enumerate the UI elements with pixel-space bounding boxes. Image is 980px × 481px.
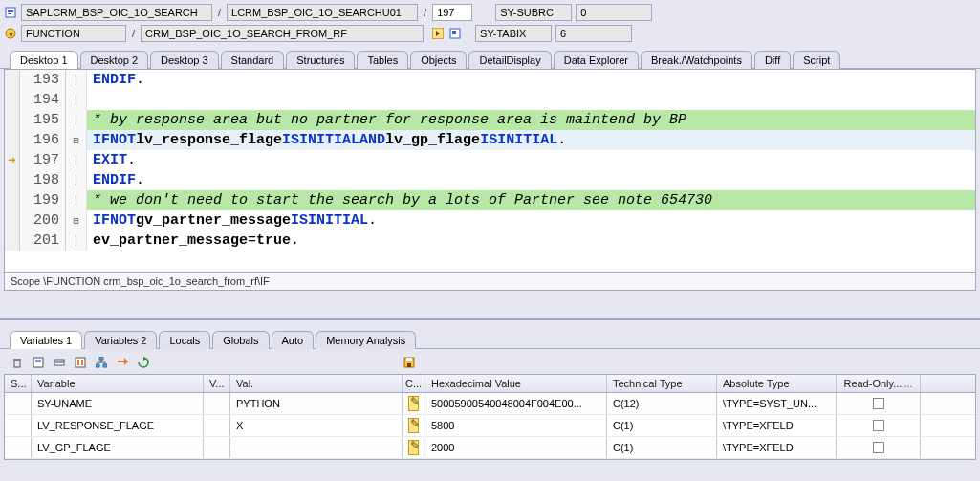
row-select[interactable]	[5, 437, 32, 458]
cell-abstype: \TYPE=XFELD	[717, 437, 837, 458]
svg-rect-2	[8, 11, 13, 12]
fold-gutter: │	[66, 230, 87, 251]
cell-hex: 50005900540048004F004E00...	[425, 393, 607, 414]
hierarchy-icon[interactable]	[94, 355, 109, 370]
code-line-201[interactable]: 201│ ev_partner_message = true.	[5, 230, 975, 251]
variable-row[interactable]: SY-UNAMEPYTHON50005900540048004F004E00..…	[5, 393, 975, 415]
code-text[interactable]: * by response area but no partner for re…	[87, 110, 975, 130]
breakpoint-gutter[interactable]	[5, 70, 20, 90]
include-field: LCRM_BSP_OIC_1O_SEARCHU01	[227, 4, 418, 21]
insert-row-icon[interactable]	[52, 355, 67, 370]
code-text[interactable]: EXIT.	[87, 150, 975, 170]
lower-tab-memory-analysis[interactable]: Memory Analysis	[316, 331, 416, 349]
line-number: 195	[20, 110, 66, 130]
code-text[interactable]: ev_partner_message = true.	[87, 230, 975, 251]
fold-gutter[interactable]: ⊟	[66, 130, 87, 150]
save-icon[interactable]	[402, 355, 417, 370]
variable-row[interactable]: LV_GP_FLAGE2000C(1)\TYPE=XFELD	[5, 437, 975, 459]
refresh-icon[interactable]	[136, 355, 151, 370]
code-line-200[interactable]: 200⊟ IF NOT gv_partner_message IS INITIA…	[5, 210, 975, 230]
col-vtype[interactable]: V...	[204, 375, 230, 392]
code-line-198[interactable]: 198│ ENDIF.	[5, 170, 975, 190]
code-line-197[interactable]: ➜197│ EXIT.	[5, 150, 975, 170]
function-icon: ★	[4, 27, 17, 40]
nav-back-icon[interactable]	[431, 27, 445, 40]
breakpoint-gutter[interactable]	[5, 190, 20, 210]
lower-tab-auto[interactable]: Auto	[272, 331, 315, 349]
cell-value[interactable]	[230, 437, 403, 458]
col-hex[interactable]: Hexadecimal Value	[425, 375, 607, 392]
svg-rect-19	[96, 364, 99, 367]
cell-variable[interactable]: SY-UNAME	[32, 393, 204, 414]
breakpoint-gutter[interactable]	[5, 230, 20, 251]
row-select[interactable]	[5, 393, 32, 414]
row-select[interactable]	[5, 415, 32, 436]
delete-icon[interactable]	[10, 355, 25, 370]
main-tab-break-watchpoints[interactable]: Break./Watchpoints	[641, 51, 752, 69]
col-select[interactable]: S...	[5, 375, 32, 392]
breakpoint-gutter[interactable]	[5, 110, 20, 130]
pencil-icon[interactable]	[408, 396, 419, 411]
cell-change[interactable]	[403, 437, 425, 458]
main-tab-desktop-2[interactable]: Desktop 2	[80, 51, 149, 69]
main-tab-desktop-1[interactable]: Desktop 1	[10, 51, 78, 69]
main-tab-diff[interactable]: Diff	[754, 51, 791, 69]
breakpoint-gutter[interactable]	[5, 170, 20, 190]
lower-tab-variables-2[interactable]: Variables 2	[84, 331, 157, 349]
col-techtype[interactable]: Technical Type	[607, 375, 717, 392]
pencil-icon[interactable]	[408, 418, 419, 433]
main-tab-data-explorer[interactable]: Data Explorer	[554, 51, 639, 69]
cell-value[interactable]: PYTHON	[230, 393, 403, 414]
line-field[interactable]: 197	[432, 4, 472, 21]
code-line-199[interactable]: 199│* we don't need to start the search …	[5, 190, 975, 210]
main-tab-desktop-3[interactable]: Desktop 3	[150, 51, 219, 69]
save-layout-icon[interactable]	[31, 355, 46, 370]
pencil-icon[interactable]	[408, 440, 419, 455]
main-tab-structures[interactable]: Structures	[286, 51, 355, 69]
breakpoint-gutter[interactable]	[5, 90, 20, 110]
code-editor[interactable]: 193│ ENDIF.194│195│* by response area bu…	[4, 69, 976, 273]
col-change[interactable]: C...	[403, 375, 425, 392]
main-tab-tables[interactable]: Tables	[357, 51, 408, 69]
code-text[interactable]: IF NOT lv_response_flage IS INITIAL AND …	[87, 130, 975, 150]
code-text[interactable]	[87, 90, 975, 110]
main-tab-script[interactable]: Script	[793, 51, 840, 69]
fold-gutter: │	[66, 70, 87, 90]
main-tab-detaildisplay[interactable]: DetailDisplay	[468, 51, 551, 69]
breakpoint-gutter[interactable]	[5, 210, 20, 230]
breakpoint-gutter[interactable]: ➜	[5, 150, 20, 170]
col-abstype[interactable]: Absolute Type	[717, 375, 837, 392]
main-tab-standard[interactable]: Standard	[221, 51, 285, 69]
code-line-196[interactable]: 196⊟ IF NOT lv_response_flage IS INITIAL…	[5, 130, 975, 150]
code-line-193[interactable]: 193│ ENDIF.	[5, 70, 975, 90]
scope-bar: Scope \FUNCTION crm_bsp_oic_1o_search_fr…	[4, 273, 976, 291]
main-tab-objects[interactable]: Objects	[410, 51, 467, 69]
details-icon[interactable]	[73, 355, 88, 370]
code-text[interactable]: ENDIF.	[87, 170, 975, 190]
lower-tab-variables-1[interactable]: Variables 1	[10, 331, 82, 349]
code-text[interactable]: * we don't need to start the search by a…	[87, 190, 975, 210]
code-text[interactable]: ENDIF.	[87, 70, 975, 90]
program-icon	[4, 6, 17, 19]
top-info-area: SAPLCRM_BSP_OIC_1O_SEARCH / LCRM_BSP_OIC…	[0, 0, 980, 44]
code-text[interactable]: IF NOT gv_partner_message IS INITIAL.	[87, 210, 975, 230]
code-line-194[interactable]: 194│	[5, 90, 975, 110]
line-number: 198	[20, 170, 66, 190]
lower-tab-locals[interactable]: Locals	[159, 331, 210, 349]
col-variable[interactable]: Variable	[32, 375, 204, 392]
col-value[interactable]: Val.	[230, 375, 403, 392]
code-line-195[interactable]: 195│* by response area but no partner fo…	[5, 110, 975, 130]
cell-variable[interactable]: LV_RESPONSE_FLAGE	[32, 415, 204, 436]
breakpoint-gutter[interactable]	[5, 130, 20, 150]
cell-variable[interactable]: LV_GP_FLAGE	[32, 437, 204, 458]
lower-tab-globals[interactable]: Globals	[212, 331, 269, 349]
cell-value[interactable]: X	[230, 415, 403, 436]
cell-change[interactable]	[403, 393, 425, 414]
cell-change[interactable]	[403, 415, 425, 436]
variables-grid: S... Variable V... Val. C... Hexadecimal…	[4, 374, 976, 460]
fold-gutter[interactable]: ⊟	[66, 210, 87, 230]
display-object-icon[interactable]	[448, 27, 462, 40]
exchange-icon[interactable]	[115, 355, 130, 370]
variable-row[interactable]: LV_RESPONSE_FLAGEX5800C(1)\TYPE=XFELD	[5, 415, 975, 437]
col-readonly[interactable]: Read-Only...	[837, 375, 921, 392]
